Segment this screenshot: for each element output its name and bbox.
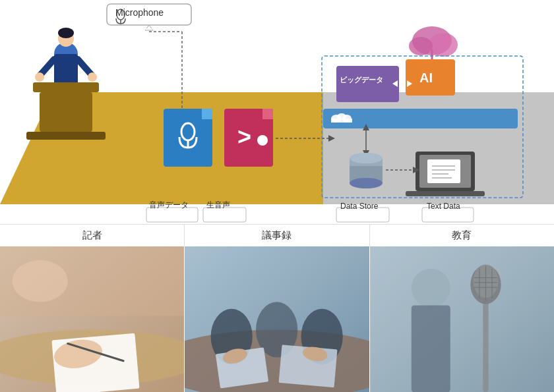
label-textdata: Text Data — [427, 202, 460, 211]
svg-rect-58 — [419, 155, 471, 188]
svg-point-45 — [331, 115, 342, 123]
svg-marker-22 — [202, 109, 212, 119]
svg-rect-28 — [262, 109, 273, 119]
svg-point-78 — [13, 260, 68, 302]
svg-point-35 — [412, 26, 452, 55]
bottom-section: 記者 議事録 教育 — [0, 224, 554, 392]
image-reporter — [0, 246, 185, 392]
label-namaoto: 生音声 — [206, 200, 230, 211]
svg-point-37 — [409, 37, 433, 55]
svg-text:>: > — [237, 123, 251, 150]
svg-rect-23 — [202, 109, 212, 119]
category-row: 記者 議事録 教育 — [0, 224, 554, 246]
svg-marker-50 — [363, 150, 369, 157]
svg-point-36 — [429, 33, 458, 57]
svg-text:ビッグデータ: ビッグデータ — [340, 76, 383, 84]
svg-rect-12 — [26, 132, 106, 140]
category-education: 教育 — [370, 225, 554, 246]
svg-rect-34 — [406, 59, 455, 96]
diagram-area: > ビッグデータ AI — [0, 0, 554, 224]
svg-rect-48 — [331, 119, 352, 123]
svg-rect-5 — [54, 54, 78, 87]
svg-rect-53 — [350, 163, 383, 183]
svg-rect-55 — [350, 158, 383, 166]
svg-rect-57 — [416, 152, 475, 191]
svg-point-46 — [337, 113, 346, 120]
svg-rect-10 — [33, 82, 99, 92]
svg-rect-59 — [406, 191, 485, 196]
image-education — [370, 246, 554, 392]
category-reporter: 記者 — [0, 225, 185, 246]
category-minutes: 議事録 — [185, 225, 369, 246]
svg-point-47 — [342, 115, 352, 123]
svg-point-24 — [181, 123, 195, 140]
svg-point-9 — [88, 72, 97, 82]
svg-marker-32 — [328, 135, 335, 142]
svg-line-6 — [40, 59, 54, 76]
svg-marker-1 — [323, 92, 554, 204]
svg-rect-11 — [40, 92, 92, 132]
svg-rect-44 — [323, 109, 518, 128]
svg-point-4 — [58, 28, 74, 38]
svg-marker-27 — [262, 109, 273, 119]
svg-marker-66 — [413, 167, 419, 173]
label-datastore: Data Store — [340, 202, 378, 211]
svg-point-8 — [35, 72, 44, 82]
svg-rect-60 — [427, 159, 460, 183]
svg-rect-100 — [370, 246, 554, 392]
svg-marker-43 — [407, 80, 412, 87]
svg-point-3 — [58, 30, 74, 47]
svg-text:AI: AI — [419, 70, 433, 85]
svg-point-52 — [350, 158, 383, 169]
images-row — [0, 246, 554, 392]
svg-point-2 — [54, 42, 78, 66]
svg-rect-67 — [322, 56, 523, 198]
svg-point-30 — [257, 135, 268, 146]
svg-rect-21 — [164, 109, 212, 167]
svg-line-7 — [78, 59, 92, 76]
svg-marker-42 — [392, 80, 398, 87]
svg-marker-51 — [363, 124, 369, 130]
svg-marker-14 — [145, 25, 153, 30]
svg-marker-0 — [0, 92, 323, 204]
svg-rect-33 — [336, 66, 399, 102]
svg-rect-26 — [224, 109, 273, 167]
microphone-label: Microphone — [115, 7, 164, 18]
image-minutes — [185, 246, 369, 392]
label-onsei: 音声データ — [149, 200, 189, 211]
svg-point-56 — [350, 153, 383, 163]
svg-marker-20 — [178, 121, 186, 127]
svg-point-54 — [350, 178, 383, 188]
